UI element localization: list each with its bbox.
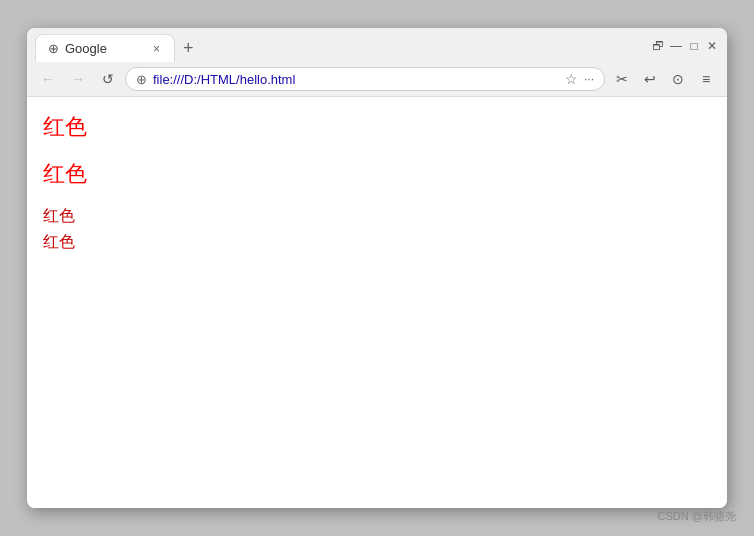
minimize-button[interactable]: — [669,39,683,53]
forward-button[interactable]: → [65,66,91,92]
maximize-button[interactable]: □ [687,39,701,53]
address-more-icon[interactable]: ··· [584,72,594,86]
history-button[interactable]: ⊙ [665,66,691,92]
forward-icon: → [71,71,85,87]
content-area: 红色 红色 红色 红色 [27,97,727,508]
menu-icon: ≡ [702,71,710,87]
menu-button[interactable]: ≡ [693,66,719,92]
browser-tab[interactable]: ⊕ Google × [35,34,175,62]
content-line-3: 红色 [43,203,711,229]
address-text: file:///D:/HTML/hello.html [153,72,559,87]
undo-button[interactable]: ↩ [637,66,663,92]
back-icon: ← [41,71,55,87]
close-button[interactable]: ✕ [705,39,719,53]
content-line-2: 红色 [43,156,711,191]
bookmark-star-icon[interactable]: ☆ [565,71,578,87]
navigation-bar: ← → ↺ ⊕ file:///D:/HTML/hello.html ☆ ···… [27,62,727,97]
restore-button[interactable]: 🗗 [651,39,665,53]
tab-globe-icon: ⊕ [48,41,59,56]
undo-icon: ↩ [644,71,656,87]
watermark: CSDN @韩骆尧 [658,509,736,524]
spacer-1 [43,148,711,156]
address-globe-icon: ⊕ [136,72,147,87]
tab-title: Google [65,41,107,56]
window-controls: 🗗 — □ ✕ [651,39,719,57]
refresh-icon: ↺ [102,71,114,87]
address-bar[interactable]: ⊕ file:///D:/HTML/hello.html ☆ ··· [125,67,605,91]
scissors-button[interactable]: ✂ [609,66,635,92]
nav-right-icons: ✂ ↩ ⊙ ≡ [609,66,719,92]
new-tab-button[interactable]: + [175,35,202,61]
spacer-2 [43,195,711,203]
content-line-1: 红色 [43,109,711,144]
tab-close-button[interactable]: × [151,42,162,56]
refresh-button[interactable]: ↺ [95,66,121,92]
browser-window: ⊕ Google × + 🗗 — □ ✕ ← → ↺ ⊕ file:///D:/… [27,28,727,508]
history-icon: ⊙ [672,71,684,87]
title-bar: ⊕ Google × + 🗗 — □ ✕ [27,28,727,62]
scissors-icon: ✂ [616,71,628,87]
content-line-4: 红色 [43,229,711,255]
back-button[interactable]: ← [35,66,61,92]
